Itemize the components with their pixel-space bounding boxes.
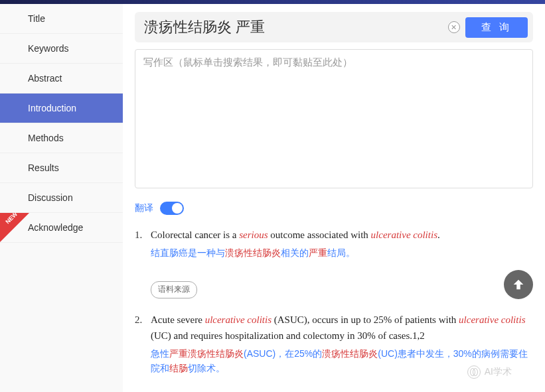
sidebar-item-introduction[interactable]: Introduction (0, 94, 123, 123)
sidebar-item-abstract[interactable]: Abstract (0, 64, 123, 94)
search-bar: ✕ 查 询 (135, 12, 533, 42)
watermark: AI学术 (467, 365, 512, 379)
result-body: Colorectal cancer is a serious outcome a… (151, 227, 533, 298)
translate-toggle[interactable] (160, 202, 184, 215)
search-input[interactable] (140, 16, 443, 38)
source-button[interactable]: 语料来源 (151, 281, 197, 298)
result-english: Colorectal cancer is a serious outcome a… (151, 227, 533, 243)
wechat-icon (467, 365, 481, 379)
sidebar: Title Keywords Abstract Introduction Met… (0, 4, 123, 392)
query-button[interactable]: 查 询 (465, 17, 528, 38)
clear-icon[interactable]: ✕ (448, 21, 460, 33)
results-list: 1.Colorectal cancer is a serious outcome… (135, 227, 533, 375)
sidebar-item-label: Acknowledge (28, 222, 83, 233)
sidebar-item-results[interactable]: Results (0, 153, 123, 183)
result-number: 1. (135, 227, 151, 298)
result-number: 2. (135, 312, 151, 376)
sidebar-item-acknowledge[interactable]: NEW Acknowledge (0, 213, 123, 243)
result-chinese: 结直肠癌是一种与溃疡性结肠炎相关的严重结局。 (151, 245, 533, 260)
sidebar-item-discussion[interactable]: Discussion (0, 183, 123, 213)
scroll-to-top-button[interactable] (504, 270, 533, 299)
arrow-up-icon (511, 277, 526, 292)
sidebar-item-title[interactable]: Title (0, 4, 123, 34)
sidebar-item-methods[interactable]: Methods (0, 123, 123, 153)
new-badge: NEW (0, 213, 29, 242)
result-english: Acute severe ulcerative colitis (ASUC), … (151, 312, 533, 344)
translate-label: 翻译 (135, 202, 153, 214)
watermark-text: AI学术 (485, 366, 512, 378)
write-area[interactable] (135, 49, 533, 188)
sidebar-item-keywords[interactable]: Keywords (0, 34, 123, 64)
translate-row: 翻译 (135, 202, 533, 215)
main-panel: ✕ 查 询 翻译 1.Colorectal cancer is a seriou… (123, 4, 545, 392)
result-item[interactable]: 1.Colorectal cancer is a serious outcome… (135, 227, 533, 298)
